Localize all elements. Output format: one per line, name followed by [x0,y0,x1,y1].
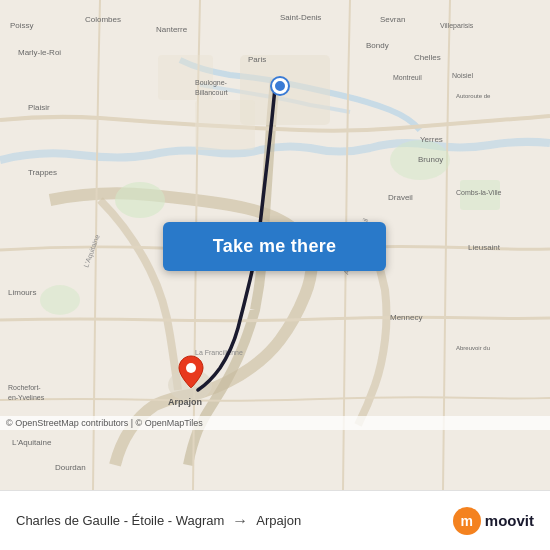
map-container: L'Aquitaine Autoroute du Soleil La Franc… [0,0,550,490]
svg-text:Lieusaint: Lieusaint [468,243,501,252]
svg-text:Trappes: Trappes [28,168,57,177]
footer: Charles de Gaulle - Étoile - Wagram → Ar… [0,490,550,550]
svg-text:L'Aquitaine: L'Aquitaine [12,438,52,447]
arrow-icon: → [232,512,248,530]
svg-text:en-Yvelines: en-Yvelines [8,394,45,401]
svg-text:Combs-la-Ville: Combs-la-Ville [456,189,501,196]
svg-text:Colombes: Colombes [85,15,121,24]
moovit-wordmark: moovit [485,512,534,529]
origin-pin [272,78,288,94]
svg-point-4 [115,182,165,218]
svg-text:Chelles: Chelles [414,53,441,62]
svg-text:Billancourt: Billancourt [195,89,228,96]
svg-point-42 [186,363,196,373]
moovit-circle-letter: m [461,513,473,529]
svg-text:Villeparisis: Villeparisis [440,22,474,30]
moovit-circle-icon: m [453,507,481,535]
copyright-bar: © OpenStreetMap contributors | © OpenMap… [0,416,550,430]
take-me-there-button[interactable]: Take me there [163,222,386,271]
moovit-logo: m moovit [453,507,534,535]
svg-text:Mennecy: Mennecy [390,313,422,322]
svg-text:Paris: Paris [248,55,266,64]
origin-label: Charles de Gaulle - Étoile - Wagram [16,513,224,528]
svg-text:Montreuil: Montreuil [393,74,422,81]
svg-text:Sevran: Sevran [380,15,405,24]
svg-point-6 [40,285,80,315]
svg-text:Bondy: Bondy [366,41,389,50]
svg-text:Nanterre: Nanterre [156,25,188,34]
svg-text:Limours: Limours [8,288,36,297]
svg-text:Brunoy: Brunoy [418,155,443,164]
route-info: Charles de Gaulle - Étoile - Wagram → Ar… [16,512,453,530]
svg-text:Yerres: Yerres [420,135,443,144]
copyright-text: © OpenStreetMap contributors | © OpenMap… [6,418,203,428]
svg-text:Saint-Denis: Saint-Denis [280,13,321,22]
destination-pin [178,355,204,389]
svg-text:Rochefort-: Rochefort- [8,384,41,391]
svg-text:Plaisir: Plaisir [28,103,50,112]
svg-rect-2 [195,100,255,150]
svg-text:Marly-le-Roi: Marly-le-Roi [18,48,61,57]
svg-text:Autoroute de: Autoroute de [456,93,491,99]
svg-text:Poissy: Poissy [10,21,34,30]
button-label: Take me there [213,236,337,257]
svg-text:Draveil: Draveil [388,193,413,202]
svg-text:Dourdan: Dourdan [55,463,86,472]
destination-label: Arpajon [256,513,301,528]
svg-text:Boulogne-: Boulogne- [195,79,228,87]
svg-text:Abreuvoir du: Abreuvoir du [456,345,490,351]
svg-text:Arpajon: Arpajon [168,397,202,407]
svg-text:Noisiel: Noisiel [452,72,473,79]
